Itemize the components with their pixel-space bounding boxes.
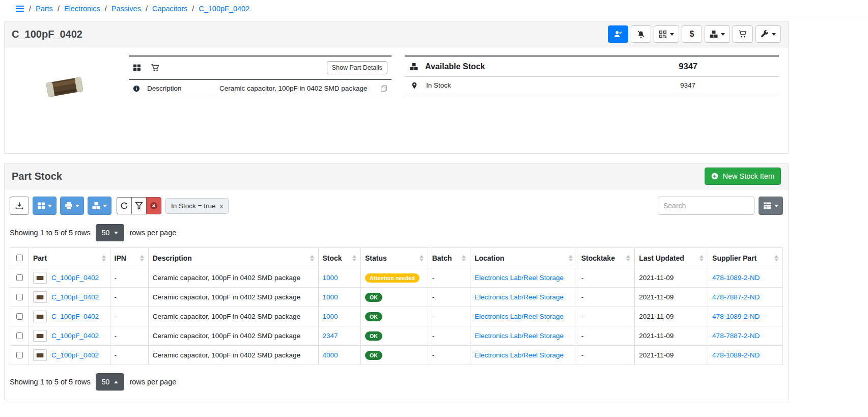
- location-pin-icon: [411, 82, 418, 89]
- show-part-details-button[interactable]: Show Part Details: [327, 61, 387, 74]
- part-stock-header: Part Stock New Stock Item: [5, 163, 788, 189]
- sort-icon: [310, 255, 314, 261]
- column-header-part[interactable]: Part: [29, 248, 110, 268]
- stock-row[interactable]: C_100pF_0402 - Ceramic capacitor, 100pF …: [10, 288, 783, 307]
- stocktake-cell: -: [577, 307, 634, 326]
- qrcode-icon: [659, 30, 667, 38]
- status-badge: Attention needed: [365, 273, 419, 283]
- row-checkbox[interactable]: [16, 352, 23, 358]
- breadcrumb-item-parts[interactable]: Parts: [36, 5, 53, 13]
- part-link[interactable]: C_100pF_0402: [51, 313, 99, 320]
- caret-down-icon: [48, 205, 52, 207]
- supplier-part-link[interactable]: 478-1089-2-ND: [712, 313, 760, 320]
- remove-filter-icon[interactable]: x: [219, 202, 223, 210]
- supplier-part-link[interactable]: 478-1089-2-ND: [712, 351, 760, 359]
- supplier-part-link[interactable]: 478-1089-2-ND: [712, 274, 760, 282]
- supplier-part-link[interactable]: 478-7887-2-ND: [712, 332, 760, 340]
- part-actions-dropdown[interactable]: [755, 25, 781, 43]
- notifications-off-button[interactable]: [631, 25, 651, 43]
- stock-row[interactable]: C_100pF_0402 - Ceramic capacitor, 100pF …: [10, 307, 783, 326]
- location-link[interactable]: Electronics Lab/Reel Storage: [474, 313, 564, 320]
- description-cell: Ceramic capacitor, 100pF in 0402 SMD pac…: [148, 346, 318, 365]
- ipn-cell: -: [110, 326, 148, 346]
- column-header-last-updated[interactable]: Last Updated: [635, 248, 708, 268]
- row-checkbox[interactable]: [16, 313, 23, 320]
- subscribe-button[interactable]: [608, 25, 628, 43]
- download-icon: [15, 202, 23, 210]
- row-checkbox[interactable]: [16, 294, 23, 300]
- stock-actions-dropdown[interactable]: [705, 25, 730, 43]
- sort-icon: [352, 255, 356, 261]
- filter-button[interactable]: [131, 197, 147, 214]
- order-part-button[interactable]: [733, 25, 753, 43]
- breadcrumb-item-passives[interactable]: Passives: [111, 5, 141, 13]
- part-link[interactable]: C_100pF_0402: [51, 332, 99, 340]
- part-thumbnail: [33, 349, 47, 361]
- print-actions-dropdown[interactable]: [60, 197, 84, 215]
- search-input[interactable]: [658, 197, 754, 215]
- refresh-button[interactable]: [117, 197, 132, 214]
- part-link[interactable]: C_100pF_0402: [51, 274, 99, 282]
- stock-link[interactable]: 4000: [323, 351, 338, 359]
- last-updated-cell: 2021-11-09: [635, 268, 708, 288]
- status-badge: OK: [365, 312, 382, 321]
- rows-per-page-select[interactable]: 50: [96, 373, 125, 391]
- row-checkbox[interactable]: [16, 332, 23, 339]
- printer-icon: [65, 202, 73, 210]
- part-link[interactable]: C_100pF_0402: [51, 293, 99, 301]
- column-header-ipn[interactable]: IPN: [110, 248, 148, 268]
- stock-row[interactable]: C_100pF_0402 - Ceramic capacitor, 100pF …: [10, 268, 783, 288]
- location-link[interactable]: Electronics Lab/Reel Storage: [474, 293, 564, 301]
- breadcrumb-item-capacitors[interactable]: Capacitors: [152, 5, 187, 13]
- description-cell: Ceramic capacitor, 100pF in 0402 SMD pac…: [148, 268, 318, 288]
- location-link[interactable]: Electronics Lab/Reel Storage: [474, 274, 564, 282]
- location-link[interactable]: Electronics Lab/Reel Storage: [474, 332, 564, 340]
- available-stock-label: Available Stock: [425, 62, 485, 71]
- breadcrumb-item-current-part[interactable]: C_100pF_0402: [199, 5, 249, 13]
- menu-icon[interactable]: [15, 5, 24, 13]
- row-checkbox[interactable]: [16, 274, 23, 281]
- stocktake-cell: -: [577, 268, 634, 288]
- barcode-actions-dropdown[interactable]: [654, 25, 679, 43]
- stock-row[interactable]: C_100pF_0402 - Ceramic capacitor, 100pF …: [10, 326, 783, 346]
- last-updated-cell: 2021-11-09: [635, 326, 708, 346]
- batch-cell: -: [428, 346, 470, 365]
- filter-chip[interactable]: In Stock = true x: [165, 198, 229, 214]
- bell-slash-icon: [637, 30, 645, 38]
- stock-row[interactable]: C_100pF_0402 - Ceramic capacitor, 100pF …: [10, 346, 783, 365]
- new-stock-item-button[interactable]: New Stock Item: [705, 168, 781, 185]
- copy-icon[interactable]: [380, 85, 387, 92]
- stock-link[interactable]: 1000: [323, 274, 338, 282]
- filter-button-group: [117, 197, 161, 214]
- stock-link[interactable]: 1000: [323, 293, 338, 301]
- select-all-checkbox[interactable]: [16, 255, 23, 261]
- column-header-stocktake[interactable]: Stocktake: [577, 248, 634, 268]
- caret-down-icon: [114, 232, 118, 234]
- column-header-batch[interactable]: Batch: [428, 248, 470, 268]
- supplier-part-link[interactable]: 478-7887-2-ND: [712, 293, 760, 301]
- plus-circle-icon: [711, 173, 718, 180]
- stock-table: Part IPN Description Stock Status Batch …: [5, 247, 788, 365]
- rows-per-page-select[interactable]: 50: [96, 224, 125, 241]
- column-header-status[interactable]: Status: [360, 248, 428, 268]
- export-button[interactable]: [10, 197, 29, 215]
- part-link[interactable]: C_100pF_0402: [51, 351, 99, 359]
- stock-options-dropdown[interactable]: [88, 197, 111, 215]
- part-image: [14, 55, 116, 112]
- clear-filters-button[interactable]: [146, 197, 161, 214]
- barcode-options-dropdown[interactable]: [33, 197, 57, 215]
- dollar-icon: $: [690, 30, 694, 38]
- column-header-stock[interactable]: Stock: [318, 248, 360, 268]
- stock-link[interactable]: 2347: [323, 332, 338, 340]
- sort-icon: [699, 255, 704, 261]
- column-header-supplier-part[interactable]: Supplier Part: [708, 248, 783, 268]
- pricing-button[interactable]: $: [682, 25, 702, 43]
- location-link[interactable]: Electronics Lab/Reel Storage: [474, 351, 564, 359]
- column-header-description[interactable]: Description: [148, 248, 318, 268]
- breadcrumb-item-electronics[interactable]: Electronics: [64, 5, 100, 13]
- column-header-location[interactable]: Location: [470, 248, 577, 268]
- available-stock-header: Available Stock 9347: [405, 57, 779, 77]
- stock-boxes-icon: [410, 63, 418, 71]
- stock-link[interactable]: 1000: [323, 313, 338, 320]
- table-view-dropdown[interactable]: [759, 197, 783, 215]
